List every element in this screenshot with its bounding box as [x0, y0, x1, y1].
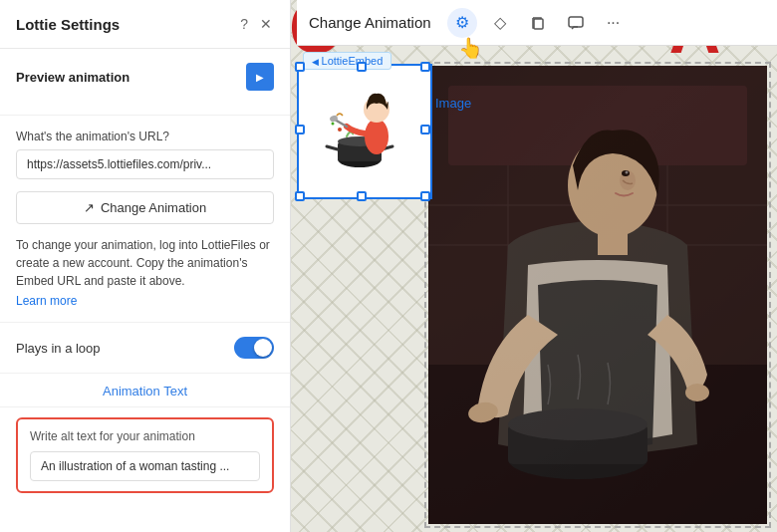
panel-body: Preview animation ▶ What's the animation…: [0, 49, 290, 532]
svg-rect-0: [534, 19, 543, 29]
toolbar-title: Change Animation: [309, 14, 431, 31]
diamond-icon[interactable]: ◇: [485, 8, 515, 38]
more-icon[interactable]: ···: [599, 8, 629, 38]
gear-icon[interactable]: ⚙: [447, 8, 477, 38]
svg-rect-30: [598, 230, 628, 255]
loop-label: Plays in a loop: [16, 341, 101, 356]
lottie-embed-badge[interactable]: LottieEmbed: [303, 52, 391, 70]
toggle-thumb: [254, 339, 272, 357]
svg-point-13: [332, 123, 335, 126]
svg-point-8: [365, 119, 388, 154]
lottie-animation-svg: [305, 72, 424, 191]
selection-handle-tl[interactable]: [295, 62, 305, 72]
selection-handle-tr[interactable]: [420, 62, 430, 72]
url-input[interactable]: [16, 149, 274, 179]
help-button[interactable]: ?: [238, 14, 250, 34]
loop-section: Plays in a loop: [0, 323, 290, 374]
chef-photo: [428, 66, 767, 524]
panel-header-icons: ? ✕: [238, 14, 274, 34]
svg-point-33: [508, 408, 648, 440]
change-animation-button[interactable]: ↗ Change Animation: [16, 191, 274, 224]
preview-section-title: Preview animation: [16, 70, 130, 85]
preview-section: Preview animation ▶: [0, 49, 290, 116]
svg-point-12: [338, 128, 342, 132]
svg-rect-1: [569, 17, 583, 27]
preview-section-header: Preview animation ▶: [16, 63, 274, 91]
play-button[interactable]: ▶: [246, 63, 274, 91]
selection-handle-tm[interactable]: [357, 62, 367, 72]
loop-row: Plays in a loop: [16, 337, 274, 359]
selection-handle-br[interactable]: [420, 191, 430, 201]
copy-icon[interactable]: [523, 8, 553, 38]
url-label: What's the animation's URL?: [16, 130, 274, 143]
alt-text-input[interactable]: [30, 451, 260, 481]
chat-icon[interactable]: [561, 8, 591, 38]
settings-panel: Lottie Settings ? ✕ Preview animation ▶ …: [0, 0, 291, 532]
change-animation-label: Change Animation: [101, 200, 206, 215]
external-link-icon: ↗: [84, 200, 95, 215]
toolbar: Change Animation ⚙ ◇ ···: [297, 0, 777, 46]
learn-more-link[interactable]: Learn more: [16, 294, 274, 308]
url-section: What's the animation's URL? ↗ Change Ani…: [0, 116, 290, 323]
info-text: To change your animation, log into Lotti…: [16, 236, 274, 290]
selection-handle-bl[interactable]: [295, 191, 305, 201]
lottie-animation-frame: [297, 64, 432, 199]
svg-point-25: [685, 384, 709, 401]
animation-text-section: Animation Text Write alt text for your a…: [0, 374, 290, 493]
svg-point-29: [626, 171, 629, 174]
panel-header: Lottie Settings ? ✕: [0, 0, 290, 49]
alt-text-box: Write alt text for your animation: [16, 417, 274, 493]
alt-text-label: Write alt text for your animation: [30, 429, 260, 443]
animation-text-label: Animation Text: [0, 374, 290, 407]
panel-title: Lottie Settings: [16, 16, 120, 33]
selection-handle-bm[interactable]: [357, 191, 367, 201]
image-label: Image: [435, 96, 471, 111]
play-icon: ▶: [256, 72, 264, 83]
loop-toggle[interactable]: [234, 337, 274, 359]
close-button[interactable]: ✕: [258, 14, 274, 34]
selection-handle-ml[interactable]: [295, 125, 305, 134]
selection-handle-mr[interactable]: [420, 125, 430, 134]
